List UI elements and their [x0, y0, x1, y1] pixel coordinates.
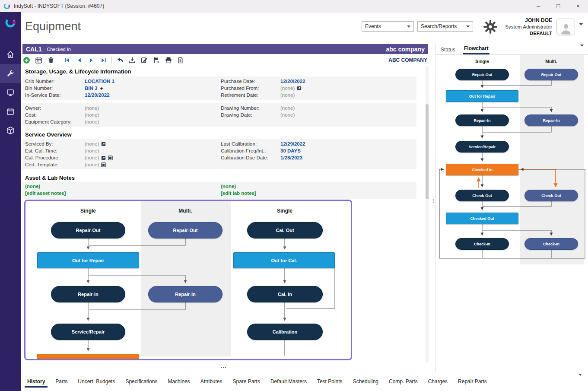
- sidebar-item-assets[interactable]: [0, 83, 21, 102]
- user-info: JOHN DOE System Administrator DEFAULT: [488, 17, 552, 37]
- flow-node-repair-out[interactable]: Repair-Out: [455, 69, 509, 80]
- tab-parts[interactable]: Parts: [53, 376, 70, 388]
- flow-node-calibration[interactable]: Calibration: [247, 324, 323, 340]
- search-reports-dropdown[interactable]: Search/Reports: [417, 21, 473, 32]
- cert-template-icon[interactable]: [101, 162, 106, 167]
- tab-bar-chevron[interactable]: [578, 376, 582, 384]
- flow-node-service-repair[interactable]: Service/Repair: [51, 324, 125, 340]
- tab-repair-parts[interactable]: Repair Parts: [455, 376, 489, 388]
- tab-test-points[interactable]: Test Points: [315, 376, 345, 388]
- flow-node-checked-in-current[interactable]: Checked In: [446, 164, 518, 175]
- add-record-button[interactable]: [22, 56, 31, 64]
- flow-node-check-out[interactable]: Check-Out: [455, 190, 509, 201]
- section-title-service: Service Overview: [25, 131, 72, 138]
- export-button[interactable]: [128, 56, 136, 64]
- flow-node-check-in-multi[interactable]: Check-In: [524, 238, 578, 250]
- tab-spare-parts[interactable]: Spare Parts: [230, 376, 263, 388]
- last-record-button[interactable]: [99, 56, 108, 64]
- vertical-scrollbar[interactable]: [426, 66, 429, 362]
- minimize-button[interactable]: –: [528, 0, 548, 12]
- flow-node-checked-out[interactable]: Checked Out: [446, 213, 518, 224]
- flag-button[interactable]: [152, 56, 160, 64]
- flow-node-out-for-repair[interactable]: Out for Repair: [37, 252, 139, 268]
- avatar[interactable]: [556, 19, 575, 35]
- tab-attributes[interactable]: Attributes: [198, 376, 225, 388]
- flow-node-check-in[interactable]: Check-In: [455, 238, 509, 250]
- flowchart-connectors: [436, 55, 588, 264]
- tab-charges[interactable]: Charges: [426, 376, 450, 388]
- next-record-button[interactable]: [87, 56, 95, 64]
- open-record-icon[interactable]: [101, 156, 106, 160]
- sidebar-item-equipment[interactable]: [0, 64, 21, 83]
- tab-machines[interactable]: Machines: [165, 376, 192, 388]
- purchase-date-value[interactable]: 12/20/2022: [280, 79, 305, 84]
- equipment-category-value: (none): [85, 119, 99, 124]
- flow-node-repair-out-multi[interactable]: Repair-Out: [524, 69, 578, 80]
- open-record-icon[interactable]: [297, 86, 302, 91]
- flowchart-designer-canvas[interactable]: Single Multi. Single Repair-Out Repair-O…: [24, 200, 352, 360]
- flow-node-repair-out-multi[interactable]: Repair-Out: [148, 222, 222, 238]
- tab-flowchart[interactable]: Flowchart: [463, 44, 489, 54]
- flow-node-repair-out[interactable]: Repair-Out: [51, 222, 125, 238]
- retirement-date-value: (none): [280, 92, 295, 98]
- calendar-button[interactable]: [35, 56, 43, 64]
- flow-node-cal-in[interactable]: Cal. In: [247, 286, 323, 302]
- tab-history[interactable]: History: [25, 376, 48, 388]
- edit-button[interactable]: [140, 56, 148, 64]
- window-title-bar: IndySoft - INDYSOFT (Session: #4607) – □…: [0, 0, 588, 13]
- right-panel-tabs: Status Flowchart: [436, 43, 588, 55]
- open-record-icon[interactable]: [101, 142, 106, 146]
- panel-menu-chevron[interactable]: [580, 47, 584, 54]
- previous-record-button[interactable]: [75, 56, 83, 64]
- profile-menu-chevron[interactable]: [579, 25, 583, 33]
- indysoft-logo-icon: [0, 12, 21, 33]
- events-dropdown[interactable]: Events: [362, 21, 414, 32]
- undo-button[interactable]: [116, 56, 124, 64]
- maximize-button[interactable]: □: [548, 0, 568, 12]
- crib-number-value[interactable]: LOCATION 1: [85, 79, 114, 84]
- storage-block-2: Owner:(none) Cost:(none) Equipment Categ…: [22, 103, 416, 127]
- flow-node-repair-in[interactable]: Repair-In: [455, 114, 509, 126]
- tab-uncert-budgets[interactable]: Uncert. Budgets: [75, 376, 118, 388]
- document-button[interactable]: [176, 56, 184, 64]
- close-button[interactable]: ×: [568, 0, 588, 12]
- flow-node-repair-in[interactable]: Repair-In: [51, 286, 125, 302]
- cert-template-icon[interactable]: [108, 156, 113, 160]
- field-label: Drawing Date:: [221, 112, 280, 118]
- asset-notes-value: (none): [25, 184, 219, 191]
- tab-specifications[interactable]: Specifications: [123, 376, 160, 388]
- add-bin-icon[interactable]: +: [100, 86, 103, 91]
- bin-number-value[interactable]: BIN 3: [85, 86, 97, 91]
- splitter-handle[interactable]: [432, 199, 435, 203]
- flow-node-service-repair[interactable]: Service/Repair: [455, 141, 509, 153]
- tab-default-masters[interactable]: Default Masters: [268, 376, 309, 388]
- tab-comp-parts[interactable]: Comp. Parts: [386, 376, 420, 388]
- scrollbar-thumb[interactable]: [426, 104, 429, 199]
- tab-scheduling[interactable]: Scheduling: [350, 376, 381, 388]
- tab-status[interactable]: Status: [440, 45, 456, 54]
- flow-node-repair-in-multi[interactable]: Repair-In: [524, 114, 578, 126]
- print-button[interactable]: [164, 56, 172, 64]
- sidebar-item-home[interactable]: [0, 45, 21, 64]
- flow-node-checked-in-partial[interactable]: [37, 354, 139, 359]
- est-cal-time-value: (none): [85, 148, 99, 153]
- field-label: Serviced By:: [25, 141, 85, 146]
- person-icon: [559, 22, 573, 35]
- flow-node-cal-out[interactable]: Cal. Out: [247, 222, 323, 238]
- edit-asset-notes-link[interactable]: [edit asset notes]: [25, 191, 219, 197]
- first-record-button[interactable]: [63, 56, 71, 64]
- flow-node-out-for-cal[interactable]: Out for Cal.: [233, 252, 335, 268]
- edit-lab-notes-link[interactable]: [edit lab notes]: [221, 191, 415, 197]
- flow-node-repair-in-multi[interactable]: Repair-In: [148, 286, 222, 302]
- last-calibration-value[interactable]: 12/29/2022: [280, 141, 305, 146]
- sidebar-item-calendar[interactable]: [0, 102, 21, 121]
- in-service-date-value[interactable]: 12/20/2022: [85, 92, 110, 98]
- flow-node-out-for-repair[interactable]: Out for Repair: [446, 90, 518, 102]
- calendar-icon: [6, 107, 15, 116]
- flow-node-check-out-multi[interactable]: Check-Out: [524, 190, 578, 201]
- collapsed-indicator[interactable]: ...: [22, 362, 425, 369]
- sidebar-item-shipping[interactable]: [0, 121, 21, 140]
- calibration-freq-value[interactable]: 30 DAYS: [280, 148, 301, 153]
- calibration-due-value[interactable]: 1/28/2023: [280, 155, 302, 160]
- delete-button[interactable]: [47, 56, 55, 64]
